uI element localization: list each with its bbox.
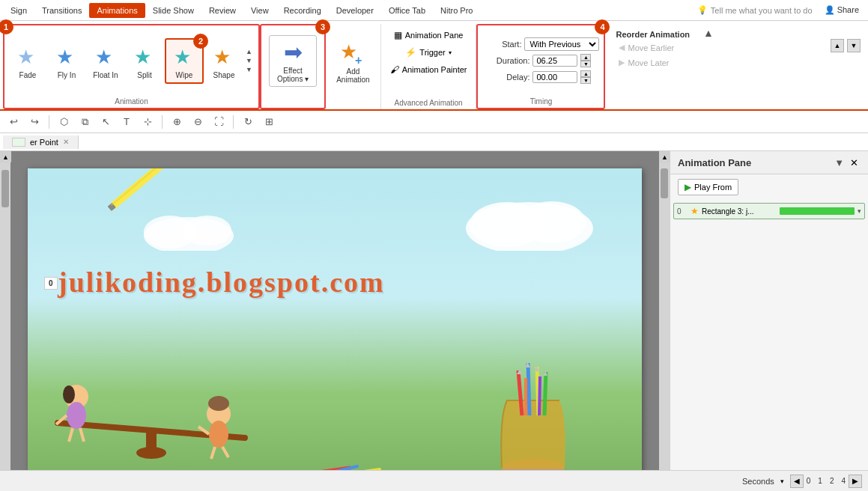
search-label[interactable]: Tell me what you want to do <box>711 6 813 15</box>
effect-options-button[interactable]: ➡ EffectOptions ▾ <box>269 35 317 87</box>
play-icon: ▶ <box>685 182 691 192</box>
add-animation-group: ★ + Add Animation x <box>326 24 380 109</box>
duration-spin: ▲ ▼ <box>580 54 591 67</box>
pane-down-arrow[interactable]: ▼ <box>847 39 861 52</box>
scroll-up-button[interactable]: ▲ <box>0 151 11 162</box>
scroll-thumb-right[interactable] <box>661 168 668 198</box>
tab-bar: er Point ✕ <box>0 133 868 151</box>
arrange-button[interactable]: ⧉ <box>76 113 94 131</box>
move-earlier-button[interactable]: ◀ Move Earlier <box>616 41 690 54</box>
chevron-down-icon[interactable]: ▼ <box>834 157 844 168</box>
animation-pane-icon: ▦ <box>394 30 402 40</box>
zoom-out-button[interactable]: ⊖ <box>189 113 207 131</box>
start-row: Start: With Previous <box>482 37 599 51</box>
pencil-cup <box>485 356 582 475</box>
timeline-1: 1 <box>818 477 822 485</box>
ribbon-collapse-icon[interactable]: ▲ <box>703 27 714 39</box>
toolbar-separator-3 <box>233 115 234 129</box>
anim-scroll-down[interactable]: ▼ <box>246 57 252 64</box>
children-seesaw <box>43 356 260 460</box>
pane-up-arrow[interactable]: ▲ <box>831 39 844 52</box>
right-scrollbar: ▲ ◀ ▼ ▼ <box>659 151 670 491</box>
delay-up[interactable]: ▲ <box>580 70 591 77</box>
wipe-icon: ★ <box>171 43 198 70</box>
seconds-label: Seconds <box>742 477 774 486</box>
anim-item-label: Rectangle 3: j... <box>702 207 777 216</box>
timeline-next[interactable]: ▶ <box>849 475 862 488</box>
main-area: ▲ ▼ <box>0 151 868 491</box>
tab-presentation[interactable]: er Point ✕ <box>3 135 79 149</box>
effect-options-label: EffectOptions ▾ <box>277 67 309 83</box>
animation-fade[interactable]: ★ Fade <box>9 40 46 82</box>
anim-expand[interactable]: ▼ <box>246 66 252 73</box>
scroll-right-up[interactable]: ▲ <box>659 151 670 162</box>
add-animation-button[interactable]: ★ + Add Animation <box>330 34 375 87</box>
seconds-dropdown-arrow[interactable]: ▾ <box>780 478 784 485</box>
close-pane-button[interactable]: ✕ <box>847 156 861 169</box>
split-icon: ★ <box>131 43 158 70</box>
duration-row: Duration: ▲ ▼ <box>491 54 591 67</box>
toolbar-separator-1 <box>49 115 49 129</box>
menu-animations[interactable]: Animations <box>89 3 145 18</box>
svg-text:★: ★ <box>213 46 231 68</box>
menu-developer[interactable]: Developer <box>329 3 381 18</box>
advanced-animation-group: ▦ Animation Pane ⚡ Trigger ▾ 🖌 Animation… <box>381 24 477 109</box>
svg-line-26 <box>69 428 73 442</box>
status-bar: Seconds ▾ ◀ 0 1 2 4 ▶ <box>0 470 868 491</box>
menu-slideshow[interactable]: Slide Show <box>145 3 201 18</box>
menu-office-tab[interactable]: Office Tab <box>381 3 433 18</box>
move-later-button[interactable]: ▶ Move Later <box>616 56 690 69</box>
timing-group: 4 Start: With Previous Duration: ▲ ▼ Del… <box>476 24 605 109</box>
anim-item-star: ★ <box>691 206 699 216</box>
delay-down[interactable]: ▼ <box>580 77 591 84</box>
play-from-button[interactable]: ▶ Play From <box>678 179 738 195</box>
duration-up[interactable]: ▲ <box>580 54 591 61</box>
animation-wipe[interactable]: 2 ★ Wipe <box>165 38 204 84</box>
svg-text:+: + <box>355 54 362 66</box>
cloud-1 <box>462 191 597 251</box>
animation-painter-button[interactable]: 🖌 Animation Painter <box>386 63 472 76</box>
play-from-label: Play From <box>694 183 732 192</box>
shapes-button[interactable]: ⬡ <box>55 113 73 131</box>
reorder-title: Reorder Animation <box>616 30 690 39</box>
fit-button[interactable]: ⛶ <box>210 113 228 131</box>
svg-point-29 <box>209 421 228 448</box>
undo-button[interactable]: ↩ <box>4 113 22 131</box>
duration-down[interactable]: ▼ <box>580 61 591 67</box>
anim-bar <box>780 207 855 215</box>
animation-group: 1 ★ Fade ★ Fly In ★ Float In <box>3 24 260 109</box>
animation-fly-in[interactable]: ★ Fly In <box>48 40 85 82</box>
tab-close-button[interactable]: ✕ <box>63 138 69 146</box>
crop-button[interactable]: ⊹ <box>139 113 157 131</box>
scroll-thumb-left[interactable] <box>1 170 9 207</box>
more-button[interactable]: ⊞ <box>260 113 278 131</box>
delay-input[interactable] <box>532 71 577 83</box>
start-select[interactable]: With Previous <box>524 37 599 51</box>
share-button[interactable]: 👤 Share <box>819 5 865 15</box>
menu-transitions[interactable]: Transitions <box>34 3 89 18</box>
animation-shape[interactable]: ★ Shape <box>205 40 243 82</box>
redo-button[interactable]: ↪ <box>25 113 43 131</box>
menu-recording[interactable]: Recording <box>276 3 329 18</box>
menu-view[interactable]: View <box>243 3 276 18</box>
fade-icon: ★ <box>14 43 41 70</box>
trigger-button[interactable]: ⚡ Trigger ▾ <box>401 46 455 59</box>
menu-sign[interactable]: Sign <box>3 3 34 18</box>
rotate-button[interactable]: ↻ <box>239 113 257 131</box>
effect-options-icon: ➡ <box>284 39 303 65</box>
menu-nitro-pro[interactable]: Nitro Pro <box>433 3 480 18</box>
duration-input[interactable] <box>532 55 577 67</box>
animation-float-in[interactable]: ★ Float In <box>87 40 124 82</box>
animation-pane-button[interactable]: ▦ Animation Pane <box>389 28 468 42</box>
timeline-prev[interactable]: ◀ <box>790 475 804 488</box>
anim-item-0[interactable]: 0 ★ Rectangle 3: j... ▾ <box>673 203 865 219</box>
zoom-in-button[interactable]: ⊕ <box>168 113 186 131</box>
text-button[interactable]: T <box>118 113 136 131</box>
anim-item-dropdown[interactable]: ▾ <box>858 207 861 215</box>
select-button[interactable]: ↖ <box>97 113 115 131</box>
svg-point-21 <box>136 447 166 459</box>
animation-split[interactable]: ★ Split <box>126 40 163 82</box>
slide-badge: 0 <box>44 277 58 290</box>
menu-review[interactable]: Review <box>201 3 243 18</box>
anim-scroll-up[interactable]: ▲ <box>246 48 252 55</box>
